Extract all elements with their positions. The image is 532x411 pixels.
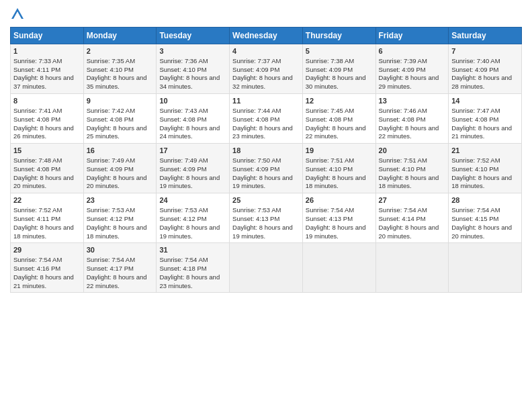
calendar-week-4: 22Sunrise: 7:52 AMSunset: 4:11 PMDayligh…: [11, 193, 522, 243]
day-number: 5: [306, 46, 373, 56]
calendar-cell: 13Sunrise: 7:46 AMSunset: 4:08 PMDayligh…: [375, 94, 449, 144]
day-number: 17: [159, 146, 226, 156]
sunset-label: Sunset: 4:08 PM: [306, 116, 353, 123]
sunrise-label: Sunrise: 7:54 AM: [159, 256, 208, 263]
header-cell-wednesday: Wednesday: [230, 28, 303, 44]
calendar-cell: 1Sunrise: 7:33 AMSunset: 4:11 PMDaylight…: [11, 44, 84, 94]
calendar-cell: 15Sunrise: 7:48 AMSunset: 4:08 PMDayligh…: [11, 144, 84, 193]
daylight-label: Daylight: 8 hours and 21 minutes.: [451, 124, 512, 140]
sunset-label: Sunset: 4:09 PM: [159, 165, 206, 173]
calendar-cell: 2Sunrise: 7:35 AMSunset: 4:10 PMDaylight…: [83, 44, 157, 94]
header-cell-saturday: Saturday: [449, 28, 522, 44]
calendar-cell: 7Sunrise: 7:40 AMSunset: 4:09 PMDaylight…: [449, 44, 522, 94]
day-number: 31: [159, 245, 226, 255]
sunset-label: Sunset: 4:10 PM: [87, 66, 134, 73]
sunset-label: Sunset: 4:09 PM: [87, 165, 134, 173]
sunrise-label: Sunrise: 7:37 AM: [232, 57, 281, 64]
page-container: SundayMondayTuesdayWednesdayThursdayFrid…: [0, 0, 532, 300]
sunrise-label: Sunrise: 7:43 AM: [159, 107, 208, 114]
calendar-week-2: 8Sunrise: 7:41 AMSunset: 4:08 PMDaylight…: [11, 94, 522, 144]
sunset-label: Sunset: 4:11 PM: [13, 66, 60, 73]
daylight-label: Daylight: 8 hours and 28 minutes.: [451, 74, 512, 90]
sunset-label: Sunset: 4:08 PM: [13, 165, 60, 173]
sunset-label: Sunset: 4:14 PM: [379, 215, 426, 222]
sunrise-label: Sunrise: 7:40 AM: [451, 57, 500, 64]
day-number: 21: [451, 146, 519, 156]
day-number: 12: [306, 96, 373, 106]
sunrise-label: Sunrise: 7:46 AM: [379, 107, 427, 114]
sunrise-label: Sunrise: 7:50 AM: [232, 156, 281, 164]
header: [10, 7, 522, 21]
calendar-cell: 5Sunrise: 7:38 AMSunset: 4:09 PMDaylight…: [302, 44, 375, 94]
day-number: 27: [379, 195, 446, 205]
sunrise-label: Sunrise: 7:35 AM: [87, 57, 135, 64]
day-number: 20: [379, 146, 446, 156]
calendar-cell: 9Sunrise: 7:42 AMSunset: 4:08 PMDaylight…: [83, 94, 157, 144]
calendar-table: SundayMondayTuesdayWednesdayThursdayFrid…: [10, 27, 522, 293]
logo-icon: [10, 7, 25, 21]
sunset-label: Sunset: 4:09 PM: [306, 66, 353, 73]
day-number: 23: [87, 195, 154, 205]
header-cell-monday: Monday: [83, 28, 157, 44]
sunrise-label: Sunrise: 7:49 AM: [159, 156, 208, 164]
sunrise-label: Sunrise: 7:36 AM: [159, 57, 208, 64]
sunrise-label: Sunrise: 7:54 AM: [379, 206, 427, 214]
day-number: 30: [87, 245, 154, 255]
daylight-label: Daylight: 8 hours and 25 minutes.: [87, 124, 147, 140]
calendar-cell: 18Sunrise: 7:50 AMSunset: 4:09 PMDayligh…: [230, 144, 303, 193]
day-number: 16: [87, 146, 154, 156]
daylight-label: Daylight: 8 hours and 22 minutes.: [87, 273, 147, 289]
calendar-cell: 28Sunrise: 7:54 AMSunset: 4:15 PMDayligh…: [449, 193, 522, 243]
sunrise-label: Sunrise: 7:51 AM: [379, 156, 427, 164]
daylight-label: Daylight: 8 hours and 18 minutes.: [379, 174, 439, 190]
daylight-label: Daylight: 8 hours and 37 minutes.: [13, 74, 74, 90]
daylight-label: Daylight: 8 hours and 20 minutes.: [379, 224, 439, 240]
daylight-label: Daylight: 8 hours and 18 minutes.: [451, 174, 512, 190]
sunset-label: Sunset: 4:08 PM: [451, 116, 498, 123]
daylight-label: Daylight: 8 hours and 20 minutes.: [13, 174, 74, 190]
sunset-label: Sunset: 4:16 PM: [13, 265, 60, 272]
daylight-label: Daylight: 8 hours and 30 minutes.: [306, 74, 366, 90]
sunrise-label: Sunrise: 7:33 AM: [13, 57, 62, 64]
daylight-label: Daylight: 8 hours and 19 minutes.: [159, 174, 220, 190]
calendar-cell: [375, 243, 449, 293]
calendar-cell: 23Sunrise: 7:53 AMSunset: 4:12 PMDayligh…: [83, 193, 157, 243]
header-cell-friday: Friday: [375, 28, 449, 44]
daylight-label: Daylight: 8 hours and 18 minutes.: [87, 224, 147, 240]
day-number: 19: [306, 146, 373, 156]
daylight-label: Daylight: 8 hours and 21 minutes.: [13, 273, 74, 289]
calendar-cell: 10Sunrise: 7:43 AMSunset: 4:08 PMDayligh…: [157, 94, 230, 144]
sunrise-label: Sunrise: 7:53 AM: [87, 206, 135, 214]
calendar-cell: 27Sunrise: 7:54 AMSunset: 4:14 PMDayligh…: [375, 193, 449, 243]
calendar-cell: 31Sunrise: 7:54 AMSunset: 4:18 PMDayligh…: [157, 243, 230, 293]
calendar-cell: 11Sunrise: 7:44 AMSunset: 4:08 PMDayligh…: [230, 94, 303, 144]
sunset-label: Sunset: 4:08 PM: [87, 116, 134, 123]
sunset-label: Sunset: 4:08 PM: [13, 116, 60, 123]
sunset-label: Sunset: 4:08 PM: [159, 116, 206, 123]
day-number: 3: [159, 46, 226, 56]
daylight-label: Daylight: 8 hours and 24 minutes.: [159, 124, 220, 140]
sunset-label: Sunset: 4:09 PM: [232, 66, 279, 73]
sunset-label: Sunset: 4:15 PM: [451, 215, 498, 222]
day-number: 4: [232, 46, 300, 56]
sunrise-label: Sunrise: 7:51 AM: [306, 156, 354, 164]
sunset-label: Sunset: 4:09 PM: [232, 165, 279, 173]
day-number: 28: [451, 195, 519, 205]
day-number: 29: [13, 245, 81, 255]
sunrise-label: Sunrise: 7:53 AM: [232, 206, 281, 214]
calendar-cell: [302, 243, 375, 293]
day-number: 1: [13, 46, 81, 56]
sunset-label: Sunset: 4:11 PM: [13, 215, 60, 222]
daylight-label: Daylight: 8 hours and 19 minutes.: [306, 224, 366, 240]
sunrise-label: Sunrise: 7:38 AM: [306, 57, 354, 64]
daylight-label: Daylight: 8 hours and 34 minutes.: [159, 74, 220, 90]
sunset-label: Sunset: 4:10 PM: [159, 66, 206, 73]
header-cell-sunday: Sunday: [11, 28, 84, 44]
sunrise-label: Sunrise: 7:45 AM: [306, 107, 354, 114]
day-number: 24: [159, 195, 226, 205]
calendar-cell: 21Sunrise: 7:52 AMSunset: 4:10 PMDayligh…: [449, 144, 522, 193]
calendar-cell: 8Sunrise: 7:41 AMSunset: 4:08 PMDaylight…: [11, 94, 84, 144]
calendar-cell: 4Sunrise: 7:37 AMSunset: 4:09 PMDaylight…: [230, 44, 303, 94]
calendar-cell: 12Sunrise: 7:45 AMSunset: 4:08 PMDayligh…: [302, 94, 375, 144]
day-number: 2: [87, 46, 154, 56]
